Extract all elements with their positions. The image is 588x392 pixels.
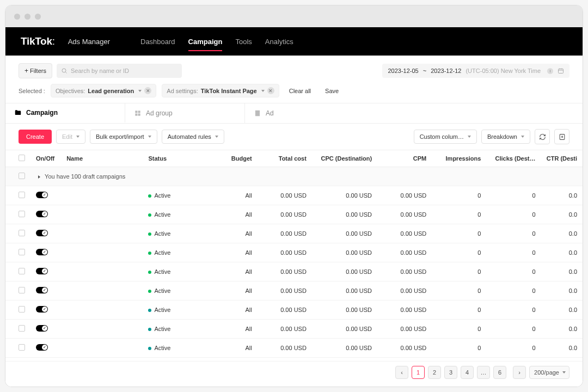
- chevron-down-icon: [215, 136, 218, 138]
- draft-banner-row[interactable]: You have 100 draft campaigns: [5, 167, 583, 186]
- status-toggle[interactable]: [36, 287, 48, 293]
- filters-button[interactable]: +Filters: [19, 63, 52, 78]
- traffic-light-icon: [14, 14, 20, 20]
- status-dot-icon: [148, 252, 151, 255]
- breakdown-button[interactable]: Breakdown: [481, 130, 530, 144]
- col-totalcost: Total cost: [258, 150, 312, 167]
- remove-chip-icon[interactable]: ✕: [144, 87, 151, 94]
- status-toggle[interactable]: [36, 230, 48, 236]
- row-checkbox[interactable]: [19, 230, 25, 236]
- page-button[interactable]: 1: [412, 366, 425, 379]
- status-toggle[interactable]: [36, 306, 48, 313]
- status-toggle[interactable]: [36, 192, 48, 198]
- info-icon: i: [547, 68, 553, 74]
- row-checkbox[interactable]: [19, 325, 25, 332]
- pagination: ‹ 1234…6 › 200/page: [5, 361, 583, 387]
- export-button[interactable]: [554, 129, 569, 144]
- date-range-picker[interactable]: 2023-12-05 ~ 2023-12-12 (UTC-05:00) New …: [382, 64, 569, 78]
- save-filters-button[interactable]: Save: [321, 85, 343, 97]
- brand-product: Ads Manager: [68, 38, 110, 46]
- page-button[interactable]: 3: [444, 366, 457, 379]
- edit-button[interactable]: Edit: [56, 130, 85, 144]
- row-checkbox[interactable]: [19, 192, 25, 198]
- refresh-button[interactable]: [535, 129, 550, 144]
- table-row[interactable]: ActiveAll0.00 USD0.00 USD0.00 USD000.0: [5, 320, 583, 339]
- row-checkbox[interactable]: [19, 287, 25, 293]
- filter-chip-adsettings[interactable]: Ad settings: TikTok Instant Page ✕: [162, 84, 279, 97]
- tab-campaign[interactable]: Campaign: [5, 103, 125, 123]
- chevron-down-icon: [138, 90, 142, 92]
- page-icon: [254, 109, 261, 117]
- col-name: Name: [61, 150, 143, 167]
- table-row[interactable]: ActiveAll0.00 USD0.00 USD0.00 USD000.0: [5, 224, 583, 243]
- nav-dashboard[interactable]: Dashboard: [140, 29, 175, 54]
- status-dot-icon: [148, 213, 151, 217]
- top-nav: TikTok: Ads Manager Dashboard Campaign T…: [5, 27, 583, 56]
- create-button[interactable]: Create: [19, 130, 52, 144]
- page-prev-button[interactable]: ‹: [395, 366, 408, 379]
- table-row[interactable]: ActiveAll0.00 USD0.00 USD0.00 USD000.0: [5, 262, 583, 281]
- row-checkbox[interactable]: [19, 344, 25, 351]
- svg-rect-2: [135, 111, 137, 113]
- col-onoff: On/Off: [30, 150, 61, 167]
- calendar-icon: [558, 68, 564, 74]
- brand-logo: TikTok:: [21, 35, 55, 47]
- page-button[interactable]: 4: [461, 366, 474, 379]
- window-titlebar: [5, 5, 583, 27]
- table-row[interactable]: ActiveAll0.00 USD0.00 USD0.00 USD000.0: [5, 243, 583, 262]
- table-row[interactable]: ActiveAll0.00 USD0.00 USD0.00 USD000.0: [5, 186, 583, 205]
- status-text: Active: [154, 192, 170, 199]
- clear-all-button[interactable]: Clear all: [285, 85, 315, 97]
- chevron-down-icon: [261, 90, 265, 92]
- nav-tools[interactable]: Tools: [235, 29, 252, 54]
- table-row[interactable]: ActiveAll0.00 USD0.00 USD0.00 USD000.0: [5, 205, 583, 224]
- timezone-label: (UTC-05:00) New York Time: [465, 68, 541, 74]
- nav-analytics[interactable]: Analytics: [265, 29, 293, 54]
- remove-chip-icon[interactable]: ✕: [267, 87, 274, 94]
- custom-columns-button[interactable]: Custom colum…: [414, 130, 477, 144]
- svg-rect-3: [138, 111, 140, 113]
- download-icon: [559, 133, 566, 140]
- svg-rect-6: [255, 111, 260, 117]
- status-toggle[interactable]: [36, 268, 48, 274]
- filter-chip-objectives[interactable]: Objectives: Lead generation ✕: [51, 84, 156, 97]
- status-toggle[interactable]: [36, 344, 48, 351]
- status-text: Active: [154, 268, 170, 275]
- page-next-button[interactable]: ›: [513, 366, 526, 379]
- status-toggle[interactable]: [36, 249, 48, 255]
- chevron-down-icon: [76, 136, 79, 138]
- nav-campaign[interactable]: Campaign: [188, 29, 223, 54]
- page-button[interactable]: 2: [428, 366, 441, 379]
- select-all-checkbox[interactable]: [19, 155, 25, 161]
- search-input[interactable]: [57, 64, 182, 78]
- traffic-light-icon: [35, 14, 41, 20]
- col-impressions: Impressions: [432, 150, 486, 167]
- refresh-icon: [539, 133, 546, 140]
- row-checkbox[interactable]: [19, 249, 25, 255]
- table-row[interactable]: ActiveAll0.00 USD0.00 USD0.00 USD000.0: [5, 281, 583, 301]
- page-button[interactable]: …: [477, 366, 490, 379]
- status-dot-icon: [148, 290, 151, 293]
- campaigns-table: On/Off Name Status Budget Total cost CPC…: [5, 150, 583, 376]
- page-size-select[interactable]: 200/page: [529, 366, 569, 379]
- page-button[interactable]: 6: [493, 366, 506, 379]
- date-to: 2023-12-12: [431, 68, 461, 74]
- table-row[interactable]: ActiveAll0.00 USD0.00 USD0.00 USD000.0: [5, 301, 583, 320]
- status-toggle[interactable]: [36, 211, 48, 217]
- row-checkbox[interactable]: [19, 306, 25, 313]
- col-ctr: CTR (Desti: [541, 150, 583, 167]
- bulk-export-button[interactable]: Bulk export/import: [90, 130, 157, 144]
- row-checkbox[interactable]: [19, 211, 25, 217]
- status-toggle[interactable]: [36, 325, 48, 332]
- status-text: Active: [154, 345, 170, 351]
- tab-adgroup[interactable]: Ad group: [125, 103, 245, 123]
- chevron-down-icon: [468, 136, 471, 138]
- row-checkbox[interactable]: [19, 268, 25, 274]
- tab-ad[interactable]: Ad: [245, 103, 365, 123]
- status-dot-icon: [148, 347, 151, 350]
- table-row[interactable]: ActiveAll0.00 USD0.00 USD0.00 USD000.0: [5, 339, 583, 358]
- row-checkbox[interactable]: [19, 173, 25, 179]
- automated-rules-button[interactable]: Automated rules: [162, 130, 224, 144]
- expand-icon: [38, 175, 40, 179]
- col-status: Status: [143, 150, 208, 167]
